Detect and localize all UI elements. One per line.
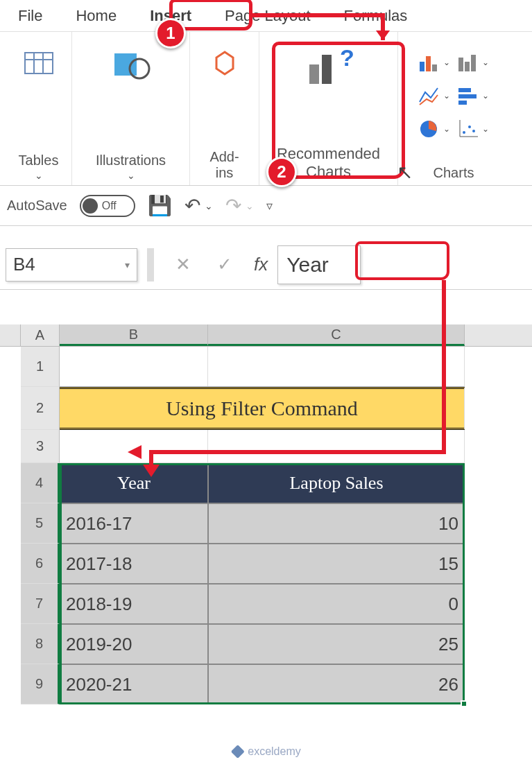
group-addins[interactable]: Add- ins: [190, 32, 259, 185]
ribbon-tabs: File Home Insert Page Layout Formulas 1: [0, 0, 532, 32]
watermark: exceldemy: [231, 745, 300, 758]
addins-label: Add- ins: [209, 145, 239, 181]
svg-point-21: [463, 131, 465, 134]
chart-bar-icon[interactable]: ⌄: [456, 80, 490, 111]
row-1: 1: [0, 347, 532, 387]
svg-point-22: [468, 125, 471, 128]
rownum-3[interactable]: 3: [21, 430, 60, 463]
group-charts: ⌄ ⌄ ⌄ ⌄ ⌄ ⌄ Charts: [398, 32, 516, 185]
cell-b5[interactable]: 2016-17: [60, 503, 208, 544]
ribbon: Tables ⌄ Illustrations ⌄ Add- ins ? Reco…: [0, 32, 532, 186]
illustrations-dropdown-icon: ⌄: [127, 170, 135, 181]
cell-c5[interactable]: 10: [208, 503, 465, 544]
svg-rect-10: [426, 56, 431, 71]
spreadsheet: A B C 1 2 Using Filter Command 3 4 Year …: [0, 324, 532, 704]
quick-access-toolbar: AutoSave Off 💾 ↶⌄ ↷⌄ ▿: [0, 186, 532, 226]
svg-rect-13: [465, 62, 470, 71]
row-7: 7 2018-19 0: [0, 584, 532, 624]
header-sales[interactable]: Laptop Sales: [208, 463, 465, 503]
cell-b6[interactable]: 2017-18: [60, 544, 208, 584]
cell-b7[interactable]: 2018-19: [60, 584, 208, 624]
rownum-4[interactable]: 4: [21, 463, 60, 503]
chart-scatter-icon[interactable]: ⌄: [456, 114, 490, 144]
column-headers: A B C: [0, 324, 532, 347]
cell-b8[interactable]: 2019-20: [60, 624, 208, 664]
tables-label: Tables: [19, 148, 59, 168]
undo-icon[interactable]: ↶: [185, 194, 200, 217]
addins-icon: [211, 40, 239, 89]
sheet-title: Using Filter Command: [60, 387, 465, 430]
qat-customize-icon[interactable]: ▿: [266, 198, 273, 214]
enter-formula-icon[interactable]: ✓: [205, 248, 244, 282]
formula-value[interactable]: Year: [277, 245, 361, 284]
svg-rect-17: [458, 101, 467, 105]
chart-column-icon[interactable]: ⌄: [417, 47, 452, 78]
cell-c7[interactable]: 0: [208, 584, 465, 624]
rownum-8[interactable]: 8: [21, 624, 60, 664]
cursor-icon: ↖: [397, 161, 413, 184]
group-illustrations[interactable]: Illustrations ⌄: [72, 32, 190, 185]
tab-formulas[interactable]: Formulas: [332, 3, 420, 29]
tables-dropdown-icon: ⌄: [35, 170, 43, 181]
cell-b9[interactable]: 2020-21: [60, 664, 208, 704]
svg-rect-14: [471, 55, 476, 71]
svg-point-23: [472, 130, 475, 132]
svg-rect-12: [458, 58, 463, 71]
svg-rect-9: [420, 62, 424, 71]
row-5: 5 2016-17 10: [0, 503, 532, 544]
rownum-5[interactable]: 5: [21, 503, 60, 544]
row-4: 4 Year Laptop Sales: [0, 463, 532, 503]
header-year[interactable]: Year: [60, 463, 208, 503]
callout-2: 2: [266, 157, 297, 187]
cancel-formula-icon[interactable]: ✕: [164, 248, 203, 282]
rownum-1[interactable]: 1: [21, 347, 60, 387]
svg-rect-0: [25, 53, 53, 73]
svg-rect-7: [322, 55, 332, 84]
name-box[interactable]: B4 ▾: [6, 248, 137, 282]
svg-rect-16: [458, 94, 477, 98]
rownum-9[interactable]: 9: [21, 664, 60, 704]
svg-rect-11: [432, 64, 437, 71]
illustrations-icon: [112, 40, 151, 89]
charts-label: Charts: [434, 161, 474, 181]
svg-text:?: ?: [340, 46, 354, 71]
recommended-charts-icon: ?: [301, 43, 357, 92]
callout-1: 1: [155, 18, 186, 49]
group-tables[interactable]: Tables ⌄: [6, 32, 72, 185]
tab-home[interactable]: Home: [63, 3, 129, 29]
row-6: 6 2017-18 15: [0, 544, 532, 584]
tab-page-layout[interactable]: Page Layout: [212, 3, 323, 29]
cell-c6[interactable]: 15: [208, 544, 465, 584]
illustrations-label: Illustrations: [96, 148, 166, 168]
autosave-toggle[interactable]: Off: [80, 195, 135, 217]
row-8: 8 2019-20 25: [0, 624, 532, 664]
rownum-2[interactable]: 2: [21, 387, 60, 430]
autosave-label: AutoSave: [7, 198, 67, 214]
chart-line-icon[interactable]: ⌄: [417, 80, 452, 111]
cell-c8[interactable]: 25: [208, 624, 465, 664]
formula-bar: B4 ▾ ✕ ✓ fx Year: [0, 240, 532, 290]
save-icon[interactable]: 💾: [148, 194, 172, 217]
tables-icon: [23, 40, 55, 89]
name-box-dropdown-icon[interactable]: ▾: [125, 259, 130, 270]
row-2: 2 Using Filter Command: [0, 387, 532, 430]
row-9: 9 2020-21 26: [0, 664, 532, 704]
rownum-6[interactable]: 6: [21, 544, 60, 584]
col-b[interactable]: B: [60, 324, 208, 346]
svg-rect-6: [309, 64, 319, 84]
svg-rect-27: [231, 745, 243, 758]
chart-histogram-icon[interactable]: ⌄: [456, 47, 490, 78]
svg-rect-4: [114, 53, 137, 76]
svg-rect-15: [458, 88, 471, 92]
cell-c9[interactable]: 26: [208, 664, 465, 704]
col-c[interactable]: C: [208, 324, 465, 346]
rownum-7[interactable]: 7: [21, 584, 60, 624]
row-3: 3: [0, 430, 532, 463]
fx-icon[interactable]: fx: [254, 254, 268, 275]
chart-pie-icon[interactable]: ⌄: [417, 114, 452, 144]
tab-file[interactable]: File: [6, 3, 55, 29]
col-a[interactable]: A: [21, 324, 60, 346]
redo-icon[interactable]: ↷: [225, 194, 241, 217]
